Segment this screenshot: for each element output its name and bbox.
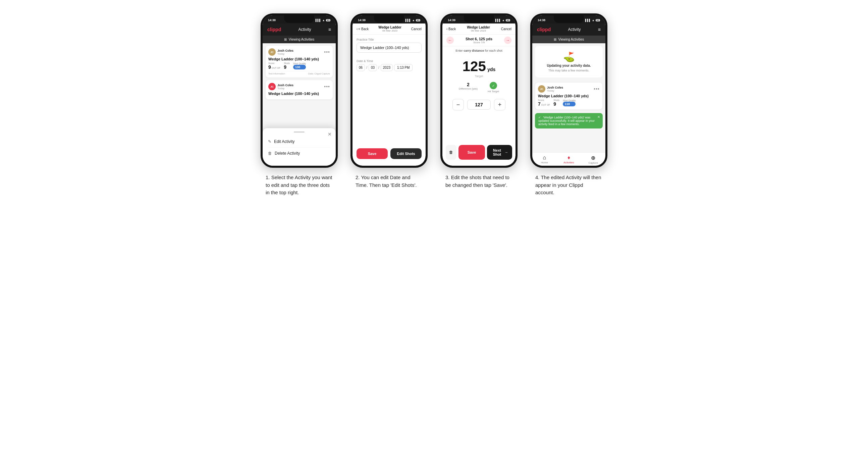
diff-stat: 2 Difference (yds) — [459, 82, 477, 93]
hamburger-menu-4[interactable]: ≡ — [598, 27, 601, 32]
shot-score: Score 7/9 — [466, 41, 492, 44]
status-time-1: 14:38 — [268, 19, 276, 22]
dots-menu-2[interactable]: ••• — [324, 84, 330, 89]
footer-info-1: Test Information — [268, 72, 285, 75]
viewing-icon-4: ⊞ — [554, 38, 556, 41]
hit-target-icon: ✓ — [490, 82, 497, 89]
dots-menu-4[interactable]: ••• — [594, 86, 600, 92]
dots-menu-1[interactable]: ••• — [324, 49, 330, 55]
viewing-icon-1: ⊞ — [284, 38, 287, 41]
increment-btn[interactable]: + — [494, 99, 505, 111]
success-toast: ✓ 'Wedge Ladder (100–140 yds)' was updat… — [535, 113, 603, 128]
phone-notch-1 — [284, 15, 314, 23]
edit-activity-item[interactable]: ✎ Edit Activity — [268, 136, 330, 148]
shot-nav: ← Shot 6, 125 yds Score 7/9 → — [442, 35, 516, 46]
cancel-btn-2[interactable]: Cancel — [411, 27, 422, 31]
stepper-row: − 127 + — [442, 96, 516, 114]
screen-content-2: Practice Title Date & Time 06 / 03 / 202… — [352, 35, 426, 166]
app-title-1: Activity — [299, 27, 311, 32]
edit-shots-btn[interactable]: Edit Shots — [391, 148, 422, 159]
user-date-1: Today — [277, 52, 293, 55]
viewing-label-4: Viewing Activities — [558, 38, 584, 41]
back-btn-2[interactable]: ‹ < Back — [356, 27, 369, 31]
viewing-bar-1: ⊞ Viewing Activities — [262, 36, 336, 43]
capture-label: Capture — [588, 161, 598, 164]
phone-4-screen: 14:38 ▌▌▌ ▲ 3G clippd Activity ≡ ⊞ Viewi… — [532, 15, 606, 166]
hamburger-menu-1[interactable]: ≡ — [328, 27, 331, 32]
delete-label: Delete Activity — [275, 151, 300, 156]
nav-bar-2: ‹ < Back Wedge Ladder 06 Mar 2023 Cancel — [352, 24, 426, 35]
day-field[interactable]: 06 — [356, 64, 365, 71]
activity-card-2: JC Josh Coles Today ••• Wedge Ladder (10… — [265, 80, 333, 100]
sheet-close[interactable]: ✕ — [328, 131, 332, 137]
time-field[interactable]: 1:13 PM — [394, 64, 412, 71]
back-btn-3[interactable]: ‹ Back — [446, 27, 456, 31]
home-label: Home — [541, 161, 548, 164]
delete-shot-btn[interactable]: 🗑 — [446, 145, 457, 160]
save-btn-2[interactable]: Save — [356, 148, 388, 159]
quality-label-1: Shot Quality — [293, 62, 306, 65]
date-time-row: 06 / 03 / 2023 1:13 PM — [356, 64, 422, 71]
year-field[interactable]: 2023 — [381, 64, 393, 71]
nav-activities[interactable]: ♦ Activities — [557, 155, 581, 164]
status-icons-1: ▌▌▌ ▲ 3G — [316, 19, 330, 22]
phone-3: 14:39 ▌▌▌ ▲ 3G ‹ Back Wedge Ladder 06 Ma… — [440, 13, 518, 168]
activity-card-1: JC Josh Coles Today ••• Wedge Ladder (10… — [265, 45, 333, 78]
check-icon-toast: ✓ — [538, 116, 541, 119]
phone-2: 14:38 ▌▌▌ ▲ 3G ‹ < Back Wedge Ladder — [350, 13, 428, 168]
month-field[interactable]: 03 — [369, 64, 377, 71]
delete-icon: 🗑 — [268, 151, 272, 156]
caption-2: 2. You can edit Date and Time. Then tap … — [355, 174, 423, 189]
edit-label: Edit Activity — [274, 139, 294, 144]
activity-card-4: JC Josh Coles Today ••• Wedge Ladder (10… — [535, 82, 603, 110]
save-shot-btn[interactable]: Save — [459, 145, 485, 160]
score-val-1: 9 — [268, 64, 271, 70]
datetime-label: Date & Time — [356, 59, 422, 63]
score-outof-4: OUT OF — [541, 104, 550, 106]
hit-target-stat: ✓ Hit Target — [488, 82, 499, 93]
activities-icon: ♦ — [567, 155, 570, 161]
delete-activity-item[interactable]: 🗑 Delete Activity — [268, 148, 330, 159]
phone-3-wrapper: 14:39 ▌▌▌ ▲ 3G ‹ Back Wedge Ladder 06 Ma… — [439, 13, 519, 189]
next-shot-btn[interactable]: Next Shot → — [487, 145, 512, 160]
caption-4: 4. The edited Activity will then appear … — [535, 174, 602, 196]
cancel-btn-3[interactable]: Cancel — [501, 27, 512, 31]
phone-2-wrapper: 14:38 ▌▌▌ ▲ 3G ‹ < Back Wedge Ladder — [349, 13, 429, 189]
phone-1: 14:38 ▌▌▌ ▲ 3G clippd Activity ≡ ⊞ Vie — [260, 13, 338, 168]
nav-capture[interactable]: ⊕ Capture — [581, 155, 606, 164]
card-title-4: Wedge Ladder (100–140 yds) — [538, 94, 600, 98]
practice-input-2[interactable] — [356, 42, 422, 53]
shots-val-1: 9 — [284, 64, 286, 70]
card-title-1: Wedge Ladder (100–140 yds) — [268, 57, 330, 61]
hit-target-label: Hit Target — [488, 90, 499, 93]
status-time-4: 14:38 — [538, 19, 545, 22]
card-title-2: Wedge Ladder (100–140 yds) — [268, 92, 330, 96]
decrement-btn[interactable]: − — [453, 99, 464, 111]
shot-btn-row: 🗑 Save Next Shot → — [442, 142, 516, 162]
edit-icon: ✎ — [268, 139, 271, 144]
avatar-4: JC — [538, 85, 545, 93]
app-title-4: Activity — [568, 27, 581, 32]
nav-title-sub-3: 06 Mar 2023 — [467, 29, 490, 32]
big-distance: 125 yds Target — [442, 55, 516, 79]
quality-badge-4: 118 — [563, 102, 576, 106]
shots-label-1: Shots — [284, 62, 290, 64]
next-shot-arrow-btn[interactable]: → — [504, 37, 512, 44]
nav-home[interactable]: ⌂ Home — [532, 155, 557, 164]
score-val-4: 7 — [538, 101, 541, 107]
phone-notch-4 — [554, 15, 584, 23]
phone-1-screen: 14:38 ▌▌▌ ▲ 3G clippd Activity ≡ ⊞ Vie — [262, 15, 336, 166]
app-logo-4: clippd — [537, 27, 551, 32]
sheet-handle — [294, 131, 305, 132]
phone-2-screen: 14:38 ▌▌▌ ▲ 3G ‹ < Back Wedge Ladder — [352, 15, 426, 166]
stepper-value[interactable]: 127 — [467, 100, 491, 110]
btn-row-2: Save Edit Shots — [352, 145, 426, 162]
phone-notch-3 — [464, 15, 494, 23]
diff-value: 2 — [459, 82, 477, 87]
toast-close[interactable]: ✕ — [597, 115, 600, 119]
score-label-1: Score — [268, 62, 280, 64]
prev-shot-btn[interactable]: ← — [446, 37, 454, 44]
bottom-nav-4: ⌂ Home ♦ Activities ⊕ Capture — [532, 152, 606, 166]
nav-title-sub-2: 06 Mar 2023 — [378, 29, 401, 32]
stats-row: 2 Difference (yds) ✓ Hit Target — [442, 79, 516, 96]
